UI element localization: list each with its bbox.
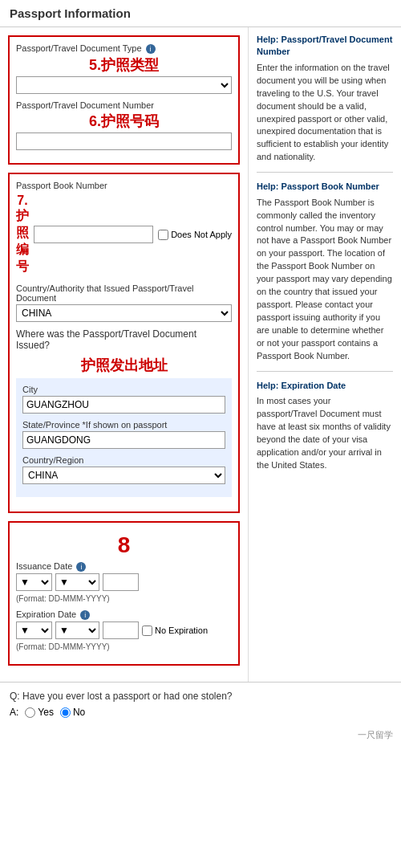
annotation-issued-addr: 护照发出地址 — [16, 356, 232, 375]
help-passport-book-title: Help: Passport Book Number — [257, 181, 393, 193]
qa-answer-label: A: — [10, 707, 18, 718]
annotation-passport-book: 7.护照编号 — [16, 194, 29, 275]
city-input[interactable] — [22, 396, 225, 414]
issuance-date-info-icon[interactable]: i — [76, 562, 86, 572]
passport-book-row: 7.护照编号 Does Not Apply — [16, 192, 232, 277]
annotation-passport-number: 6.护照号码 — [16, 112, 232, 131]
city-label: City — [22, 385, 225, 394]
issuance-month-select[interactable]: ▼ — [55, 573, 99, 591]
help-passport-number-title: Help: Passport/Travel Document Number — [257, 34, 393, 59]
left-column: Passport/Travel Document Type i 5.护照类型 P… — [0, 27, 249, 682]
footer: 一尺留学 — [0, 726, 401, 744]
expiration-date-info-icon[interactable]: i — [80, 610, 90, 620]
country-select[interactable]: CHINA — [22, 467, 225, 484]
passport-type-label: Passport/Travel Document Type i — [16, 43, 232, 54]
annotation-passport-type: 5.护照类型 — [16, 55, 232, 75]
no-option: No — [60, 707, 85, 718]
yes-radio[interactable] — [25, 707, 35, 718]
help-separator-1 — [257, 172, 393, 173]
expiration-month-select[interactable]: ▼ — [55, 621, 99, 639]
issued-where-title: Where was the Passport/Travel Document I… — [16, 328, 232, 351]
help-passport-book-section: Help: Passport Book Number The Passport … — [257, 181, 393, 363]
issuance-day-select[interactable]: ▼ — [16, 573, 52, 591]
issued-by-field: Country/Authority that Issued Passport/T… — [16, 283, 232, 322]
issuance-date-row: ▼ ▼ — [16, 573, 232, 591]
main-layout: Passport/Travel Document Type i 5.护照类型 P… — [0, 27, 401, 682]
passport-book-section: Passport Book Number 7.护照编号 Does Not App… — [8, 173, 240, 513]
expiration-date-format: (Format: DD-MMM-YYYY) — [16, 642, 232, 651]
no-label: No — [73, 707, 85, 718]
city-field: City — [22, 385, 225, 414]
page-title: Passport Information — [10, 6, 391, 20]
issued-bg: City State/Province *If shown on passpor… — [16, 378, 232, 497]
issuance-date-label: Issuance Date i — [16, 561, 232, 572]
passport-type-field: Passport/Travel Document Type i 5.护照类型 — [16, 43, 232, 94]
annotation-8: 8 — [16, 532, 232, 558]
state-field: State/Province *If shown on passport — [22, 420, 225, 449]
qa-answer: A: Yes No — [10, 707, 391, 718]
help-separator-2 — [257, 371, 393, 372]
yes-option: Yes — [25, 707, 54, 718]
no-radio[interactable] — [60, 707, 71, 718]
issuance-date-format: (Format: DD-MMM-YYYY) — [16, 594, 232, 603]
does-not-apply-checkbox[interactable] — [158, 230, 168, 240]
expiration-date-row: ▼ ▼ No Expiration — [16, 621, 232, 639]
state-input[interactable] — [22, 431, 225, 449]
country-label: Country/Region — [22, 455, 225, 465]
issuance-year-input[interactable] — [103, 573, 139, 591]
help-expiration-section: Help: Expiration Date In most cases your… — [257, 380, 393, 472]
passport-book-number-label: Passport Book Number — [16, 181, 232, 190]
passport-book-number-field: Passport Book Number 7.护照编号 Does Not App… — [16, 181, 232, 277]
does-not-apply-label: Does Not Apply — [158, 230, 232, 240]
yes-label: Yes — [38, 707, 54, 718]
help-expiration-body: In most cases your passport/Travel Docum… — [257, 395, 393, 472]
help-passport-book-body: The Passport Book Number is commonly cal… — [257, 197, 393, 363]
passport-number-field: Passport/Travel Document Number 6.护照号码 — [16, 100, 232, 150]
expiration-day-select[interactable]: ▼ — [16, 621, 52, 639]
passport-number-input[interactable] — [16, 132, 232, 150]
passport-type-select[interactable] — [16, 76, 232, 94]
issued-by-select[interactable]: CHINA — [16, 304, 232, 322]
state-label: State/Province *If shown on passport — [22, 420, 225, 430]
footer-logo-text: 一尺留学 — [358, 730, 393, 740]
country-field: Country/Region CHINA — [22, 455, 225, 484]
qa-question: Q: Have you ever lost a passport or had … — [10, 691, 391, 702]
passport-type-number-section: Passport/Travel Document Type i 5.护照类型 P… — [8, 35, 240, 165]
expiration-year-input[interactable] — [103, 621, 139, 639]
qa-section: Q: Have you ever lost a passport or had … — [0, 682, 401, 726]
issued-where-section: Where was the Passport/Travel Document I… — [16, 328, 232, 497]
issued-by-label: Country/Authority that Issued Passport/T… — [16, 283, 232, 303]
expiration-date-field: Expiration Date i ▼ ▼ No Expiration — [16, 609, 232, 651]
dates-section: 8 Issuance Date i ▼ ▼ (Format: DD-MMM-YY… — [8, 521, 240, 666]
help-expiration-title: Help: Expiration Date — [257, 380, 393, 392]
help-passport-number-section: Help: Passport/Travel Document Number En… — [257, 34, 393, 164]
passport-type-info-icon[interactable]: i — [146, 44, 156, 54]
no-expiration-checkbox[interactable] — [142, 626, 152, 636]
help-passport-number-body: Enter the information on the travel docu… — [257, 62, 393, 165]
right-column: Help: Passport/Travel Document Number En… — [249, 27, 401, 682]
issuance-date-field: Issuance Date i ▼ ▼ (Format: DD-MMM-YYYY… — [16, 561, 232, 603]
passport-number-label: Passport/Travel Document Number — [16, 100, 232, 110]
expiration-date-label: Expiration Date i — [16, 609, 232, 620]
no-expiration-label: No Expiration — [142, 626, 208, 636]
page-header: Passport Information — [0, 0, 401, 27]
passport-book-input[interactable] — [34, 226, 153, 243]
